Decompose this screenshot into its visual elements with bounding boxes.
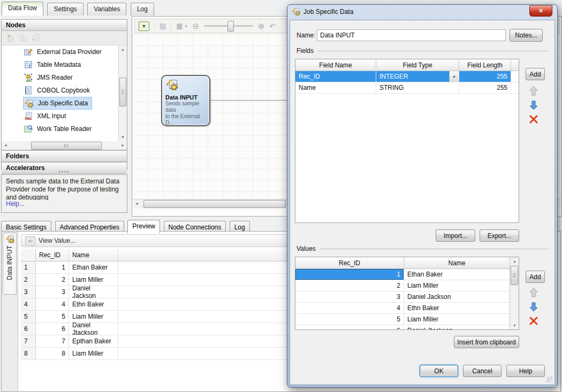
column-header-rec-id[interactable]: Rec_ID [295, 257, 404, 268]
rec-id-cell[interactable]: 6 [295, 325, 404, 330]
table-row[interactable]: 33Daniel Jackson [21, 286, 299, 298]
cancel-button[interactable]: Cancel [463, 365, 502, 377]
scroll-down-icon[interactable]: ▼ [119, 133, 127, 141]
table-row[interactable]: Rec_ID INTEGER ▼ 255 [295, 71, 519, 82]
notes-button[interactable]: Notes... [510, 29, 543, 42]
values-move-down-icon[interactable] [529, 302, 538, 312]
scroll-right-icon[interactable]: ► [119, 141, 127, 149]
zoom-in-icon[interactable]: ⊕ [258, 21, 265, 31]
table-row[interactable]: 22Liam Miller [21, 274, 299, 286]
rec-id-cell[interactable]: 5 [295, 314, 404, 325]
table-row[interactable]: 44Ethn Baker [21, 298, 299, 311]
name-cell[interactable]: Ethan Baker [404, 269, 510, 280]
scroll-up-icon[interactable]: ▲ [119, 45, 127, 53]
column-header-name[interactable]: Name [404, 257, 510, 268]
fields-delete-icon[interactable] [529, 114, 538, 124]
field-name-cell[interactable]: Name [295, 82, 376, 93]
scrollbar-thumb[interactable] [143, 200, 286, 208]
scroll-up-icon[interactable]: ▲ [511, 257, 519, 265]
scroll-left-icon[interactable]: ◄ [2, 141, 10, 149]
tab-variables[interactable]: Variables [87, 3, 126, 16]
insert-from-clipboard-button[interactable]: Insert from clipboard [454, 336, 519, 348]
zoom-out-icon[interactable]: ⊖ [192, 21, 199, 31]
fields-table[interactable]: Field Name Field Type Field Length Rec_I… [295, 59, 519, 223]
tab-data-flow[interactable]: Data Flow [2, 2, 43, 16]
help-button[interactable]: Help [506, 365, 545, 377]
rec-id-cell[interactable]: 4 [295, 303, 404, 313]
table-row[interactable]: 3 Daniel Jackson [295, 291, 519, 303]
preview-side-tab[interactable]: Data INPUT [3, 233, 17, 295]
table-row[interactable]: 11Ethan Baker [21, 262, 299, 274]
column-header-rec-id[interactable]: Rec_ID [36, 249, 69, 261]
close-icon[interactable]: ✕ [529, 5, 552, 17]
field-length-cell[interactable]: 255 [459, 82, 511, 93]
values-delete-icon[interactable] [529, 316, 538, 326]
name-cell[interactable]: Ethn Baker [404, 303, 510, 313]
table-row[interactable]: 88Liam Miller [21, 348, 299, 360]
zoom-slider-thumb[interactable] [227, 21, 234, 32]
view-value-button[interactable]: View Value... [39, 237, 75, 244]
column-header-field-length[interactable]: Field Length [459, 59, 511, 71]
table-row[interactable]: 5 Liam Mliler [295, 314, 519, 325]
node-item-jms-reader[interactable]: JMS JMS Reader [23, 71, 77, 84]
dialog-title-bar[interactable]: Job Specific Data [292, 7, 353, 16]
name-cell[interactable]: Daniel Jackson [404, 291, 510, 302]
resize-grip[interactable] [546, 376, 553, 383]
node-item-work-table-reader[interactable]: Work Table Reader [23, 122, 95, 135]
tab-log[interactable]: Log [131, 3, 154, 16]
table-row[interactable]: 4 Ethn Baker [295, 303, 519, 314]
overview-icon[interactable]: ▼ [139, 21, 149, 31]
add-linked-node-icon[interactable] [19, 34, 27, 42]
tab-preview[interactable]: Preview [127, 220, 160, 233]
auto-layout-icon[interactable]: ▦ [176, 22, 183, 30]
panel-splitter[interactable]: •••• [1, 170, 127, 174]
nodes-horizontal-scrollbar[interactable]: ◄ ► [2, 141, 127, 150]
values-add-button[interactable]: Add [526, 271, 545, 283]
reset-view-icon[interactable]: ↶ [269, 22, 276, 30]
field-length-cell[interactable]: 255 [459, 71, 511, 82]
nodes-section-header[interactable]: Nodes [2, 20, 127, 31]
table-row[interactable]: 66Daniel Jtackson [21, 323, 299, 335]
fields-move-down-icon[interactable] [529, 100, 538, 111]
table-row[interactable]: 55Liam Mliler [21, 311, 299, 323]
rec-id-cell[interactable]: 1 [295, 269, 404, 280]
table-row[interactable]: 1 Ethan Baker [295, 269, 519, 280]
node-item-table-metadata[interactable]: i Table Metadata [23, 58, 85, 71]
dropdown-arrow-icon[interactable]: ▼ [449, 71, 459, 82]
name-input[interactable] [317, 29, 506, 41]
zoom-slider[interactable] [204, 25, 253, 27]
column-header-field-type[interactable]: Field Type [376, 59, 459, 71]
column-header-field-name[interactable]: Field Name [295, 59, 376, 71]
table-row[interactable]: 6 Daniel Jtackson [295, 325, 519, 330]
layers-icon[interactable]: ▤ [160, 22, 166, 30]
flow-node-data-input[interactable]: Data INPUT Sends sample datato the Exter… [161, 75, 210, 126]
nodes-vertical-scrollbar[interactable]: ▲ ▼ [118, 45, 127, 141]
node-item-job-specific-data[interactable]: Job Specific Data [23, 97, 92, 110]
ok-button[interactable]: OK [420, 365, 458, 377]
scroll-left-icon[interactable]: ◄ [133, 199, 141, 207]
rec-id-cell[interactable]: 3 [295, 291, 404, 302]
node-item-external-data-provider[interactable]: External Data Provider [23, 45, 105, 58]
export-button[interactable]: Export... [480, 229, 519, 242]
values-move-up-icon[interactable] [529, 287, 538, 298]
node-item-xml-input[interactable]: XML XML Input [23, 110, 70, 122]
name-cell[interactable]: Daniel Jtackson [404, 325, 510, 330]
column-header-name[interactable]: Name [69, 249, 118, 261]
table-row[interactable]: 2 Liam Miller [295, 280, 519, 291]
tab-settings[interactable]: Settings [47, 3, 83, 16]
table-row[interactable]: Name STRING 255 [295, 82, 519, 94]
scroll-down-icon[interactable]: ▼ [511, 321, 519, 329]
folders-section-header[interactable]: Folders [2, 150, 127, 162]
import-button[interactable]: Import... [436, 229, 475, 242]
table-row[interactable]: 77Epthan Baker [21, 335, 299, 348]
help-link[interactable]: Help... [6, 200, 25, 207]
scrollbar-thumb[interactable] [31, 142, 102, 150]
values-vertical-scrollbar[interactable]: ▲ ▼ [510, 257, 519, 329]
name-cell[interactable]: Liam Miller [404, 280, 510, 291]
field-name-cell[interactable]: Rec_ID [295, 71, 376, 82]
field-type-cell[interactable]: INTEGER ▼ [376, 71, 459, 82]
add-branch-node-icon[interactable] [32, 34, 40, 42]
add-node-icon[interactable] [6, 34, 14, 42]
name-cell[interactable]: Liam Mliler [404, 314, 510, 325]
scrollbar-thumb[interactable] [511, 266, 518, 285]
